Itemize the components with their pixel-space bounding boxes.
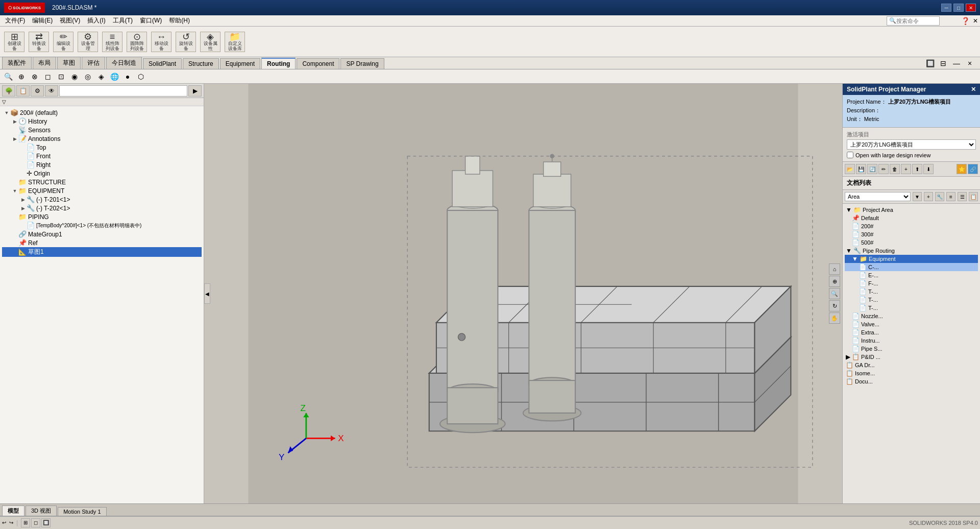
tab-equipment[interactable]: Equipment <box>220 58 260 69</box>
btb-3[interactable]: 🔲 <box>41 518 51 527</box>
menu-window[interactable]: 窗口(W) <box>137 15 165 26</box>
view-btn-4[interactable]: ◻ <box>42 71 54 82</box>
view-btn-7[interactable]: ◎ <box>82 71 94 82</box>
search-input[interactable] <box>896 18 937 24</box>
tree-origin[interactable]: ✛ Origin <box>2 169 202 178</box>
menu-insert[interactable]: 插入(I) <box>84 15 108 26</box>
project-select[interactable]: 上罗20万方LNG槽装项目 <box>847 139 976 150</box>
tree-mategroup[interactable]: 🔗 MateGroup1 <box>2 230 202 238</box>
tree-t202[interactable]: ▶ 🔧 (-) T-202<1> <box>2 204 202 212</box>
doc-t-node1[interactable]: 📄 T-... <box>845 287 978 296</box>
tab-sp-drawing[interactable]: SP Drawing <box>340 58 384 69</box>
device-properties-button[interactable]: ◈ 设备属性 <box>200 32 220 52</box>
viewport[interactable]: X Z Y ◀ ⌂ ⊕ 🔍 ↻ ✋ 插入组件 打开组件 <box>204 84 842 503</box>
tab-component[interactable]: Component <box>297 58 339 69</box>
doc-filter-btn-5[interactable]: ☰ <box>958 192 967 201</box>
rtb-btn-7[interactable]: ⬆ <box>912 164 922 174</box>
open-review-checkbox[interactable] <box>847 152 853 158</box>
doc-project-area[interactable]: ▼ 📁 Project Area <box>845 206 978 214</box>
tree-equipment[interactable]: ▼ 📁 EQUIPMENT <box>2 186 202 195</box>
doc-default[interactable]: 📌 Default <box>845 214 978 222</box>
circular-array-button[interactable]: ⊙ 圆阵阵列设备 <box>127 32 147 52</box>
vp-pan-btn[interactable]: ✋ <box>829 312 840 324</box>
close-button[interactable]: ✕ <box>966 4 976 12</box>
view-btn-2[interactable]: ⊕ <box>15 71 28 82</box>
viewport-collapse-button[interactable]: ◀ <box>204 283 210 304</box>
right-panel-close[interactable]: ✕ <box>971 86 976 93</box>
menu-tools[interactable]: 工具(T) <box>110 15 136 26</box>
doc-filter-btn-6[interactable]: 📋 <box>969 192 978 201</box>
minimize-button[interactable]: ─ <box>941 4 951 12</box>
doc-e-node[interactable]: 📄 E-... <box>845 271 978 279</box>
doc-docu[interactable]: 📋 Docu... <box>845 377 978 386</box>
tab-routing[interactable]: Routing <box>261 58 296 69</box>
bottom-tab-motion[interactable]: Motion Study 1 <box>58 507 106 516</box>
rtb-btn-3[interactable]: 🔄 <box>867 164 877 174</box>
vp-fit-btn[interactable]: ⊕ <box>829 276 840 287</box>
device-manager-button[interactable]: ⚙ 设备管理 <box>78 32 98 52</box>
vp-home-btn[interactable]: ⌂ <box>829 263 840 275</box>
rtb-btn-8[interactable]: ⬇ <box>923 164 934 174</box>
tree-top[interactable]: 📄 Top <box>2 143 202 152</box>
viewport-icon-1[interactable]: 🔲 <box>924 58 936 69</box>
linear-array-button[interactable]: ≡ 线性阵列设备 <box>102 32 122 52</box>
tree-structure[interactable]: 📁 STRUCTURE <box>2 178 202 186</box>
tab-structure[interactable]: Structure <box>183 58 219 69</box>
doc-isome[interactable]: 📋 Isome... <box>845 369 978 377</box>
doc-200[interactable]: 📄 200# <box>845 222 978 230</box>
edit-device-button[interactable]: ✏ 编辑设备 <box>53 32 74 52</box>
viewport-icon-2[interactable]: ⊟ <box>937 58 949 69</box>
view-btn-11[interactable]: ⬡ <box>135 71 147 82</box>
viewport-icon-3[interactable]: — <box>950 58 963 69</box>
rtb-btn-6[interactable]: + <box>901 164 911 174</box>
tab-solidplant[interactable]: SolidPlant <box>143 58 182 69</box>
doc-filter-btn-1[interactable]: ▼ <box>913 192 922 201</box>
left-tab-display[interactable]: 👁 <box>45 85 58 97</box>
doc-filter-btn-4[interactable]: ≡ <box>946 192 955 201</box>
menu-view[interactable]: 视图(V) <box>57 15 83 26</box>
tree-front[interactable]: 📄 Front <box>2 152 202 160</box>
vp-rotate-btn[interactable]: ↻ <box>829 300 840 311</box>
vp-zoom-btn[interactable]: 🔍 <box>829 288 840 299</box>
restore-button[interactable]: □ <box>953 4 964 12</box>
tree-sensors[interactable]: 📡 Sensors <box>2 126 202 134</box>
doc-valve[interactable]: 📄 Valve... <box>845 320 978 328</box>
rtb-btn-5[interactable]: 🗑 <box>890 164 900 174</box>
menu-help[interactable]: 帮助(H) <box>166 15 193 26</box>
left-tab-properties[interactable]: 📋 <box>16 85 30 97</box>
area-filter-select[interactable]: Area <box>845 192 911 201</box>
left-tab-featuretree[interactable]: 🌳 <box>2 85 15 97</box>
doc-c-node[interactable]: 📄 C-... <box>845 263 978 271</box>
tree-tempbody[interactable]: 📄 [TempBody^200#]<1> (不包括在材料明细表中) <box>2 221 202 230</box>
custom-library-button[interactable]: 📁 自定义设备库 <box>225 32 245 52</box>
menu-edit[interactable]: 编辑(E) <box>29 15 56 26</box>
rtb-btn-1[interactable]: 📂 <box>845 164 855 174</box>
left-search-input[interactable] <box>59 85 187 97</box>
doc-extra[interactable]: 📄 Extra... <box>845 328 978 336</box>
tab-layout[interactable]: 布局 <box>33 57 56 69</box>
convert-device-button[interactable]: ⇄ 转换设备 <box>29 32 49 52</box>
doc-filter-btn-3[interactable]: 🔧 <box>935 192 944 201</box>
create-device-button[interactable]: ⊞ 创建设备 <box>4 32 24 52</box>
view-btn-8[interactable]: ◈ <box>95 71 107 82</box>
left-tab-config[interactable]: ⚙ <box>31 85 44 97</box>
viewport-icon-4[interactable]: × <box>964 58 976 69</box>
tab-assembly[interactable]: 装配件 <box>2 57 32 69</box>
view-btn-9[interactable]: 🌐 <box>108 71 120 82</box>
doc-equipment-node[interactable]: ▼ 📁 Equipment <box>845 255 978 263</box>
doc-ga-dr[interactable]: 📋 GA Dr... <box>845 361 978 369</box>
tree-history[interactable]: ▶ 🕐 History <box>2 117 202 126</box>
tree-right[interactable]: 📄 Right <box>2 160 202 169</box>
tree-annotations[interactable]: ▶ 📝 Annotations <box>2 134 202 143</box>
view-btn-5[interactable]: ⊡ <box>55 71 67 82</box>
doc-f-node[interactable]: 📄 F-... <box>845 279 978 287</box>
tree-root[interactable]: ▼ 📦 200# (default) <box>2 108 202 117</box>
doc-t-node3[interactable]: 📄 T-... <box>845 304 978 312</box>
tree-piping[interactable]: 📁 PIPING <box>2 212 202 221</box>
doc-500[interactable]: 📄 500# <box>845 238 978 247</box>
rtb-btn-10[interactable]: 🔗 <box>968 164 978 174</box>
doc-nozzle[interactable]: 📄 Nozzle... <box>845 312 978 320</box>
doc-t-node2[interactable]: 📄 T-... <box>845 296 978 304</box>
view-btn-1[interactable]: 🔍 <box>2 71 14 82</box>
doc-paid[interactable]: ▶ 📋 P&ID ... <box>845 353 978 361</box>
